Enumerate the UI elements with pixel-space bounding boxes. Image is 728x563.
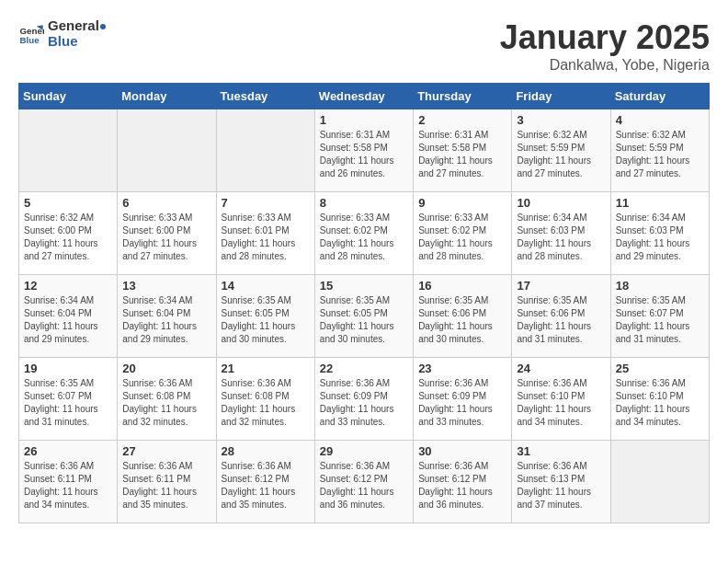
calendar-cell: 15Sunrise: 6:35 AMSunset: 6:05 PMDayligh…: [314, 275, 413, 358]
logo-blue-text: Blue: [48, 34, 107, 50]
sunset-text: Sunset: 6:12 PM: [320, 473, 408, 486]
calendar-cell: 23Sunrise: 6:36 AMSunset: 6:09 PMDayligh…: [414, 358, 512, 441]
day-info: Sunrise: 6:33 AMSunset: 6:00 PMDaylight:…: [122, 212, 210, 263]
day-number: 28: [222, 444, 310, 458]
sunset-text: Sunset: 6:11 PM: [122, 473, 210, 486]
calendar-cell: 29Sunrise: 6:36 AMSunset: 6:12 PMDayligh…: [314, 441, 413, 523]
sunrise-text: Sunrise: 6:36 AM: [418, 377, 506, 390]
day-info: Sunrise: 6:36 AMSunset: 6:12 PMDaylight:…: [222, 460, 310, 511]
sunrise-text: Sunrise: 6:36 AM: [222, 377, 310, 390]
daylight-text: Daylight: 11 hours and 29 minutes.: [616, 237, 704, 263]
calendar-cell: 19Sunrise: 6:35 AMSunset: 6:07 PMDayligh…: [19, 358, 118, 441]
day-info: Sunrise: 6:34 AMSunset: 6:03 PMDaylight:…: [517, 212, 605, 263]
calendar-header-row: SundayMondayTuesdayWednesdayThursdayFrid…: [19, 84, 710, 109]
daylight-text: Daylight: 11 hours and 31 minutes.: [517, 320, 605, 346]
sunset-text: Sunset: 5:59 PM: [616, 142, 704, 155]
day-info: Sunrise: 6:36 AMSunset: 6:12 PMDaylight:…: [320, 460, 408, 511]
daylight-text: Daylight: 11 hours and 35 minutes.: [122, 486, 210, 511]
sunrise-text: Sunrise: 6:35 AM: [418, 294, 506, 307]
calendar-cell: [610, 441, 709, 523]
sunset-text: Sunset: 6:00 PM: [24, 224, 112, 237]
daylight-text: Daylight: 11 hours and 34 minutes.: [517, 403, 605, 429]
day-info: Sunrise: 6:35 AMSunset: 6:07 PMDaylight:…: [24, 377, 112, 429]
daylight-text: Daylight: 11 hours and 37 minutes.: [517, 486, 605, 511]
sunrise-text: Sunrise: 6:35 AM: [24, 377, 112, 390]
calendar-cell: 25Sunrise: 6:36 AMSunset: 6:10 PMDayligh…: [610, 358, 709, 441]
sunset-text: Sunset: 6:08 PM: [122, 390, 210, 403]
sunset-text: Sunset: 6:12 PM: [222, 473, 310, 486]
sunrise-text: Sunrise: 6:36 AM: [320, 460, 408, 473]
day-info: Sunrise: 6:34 AMSunset: 6:04 PMDaylight:…: [122, 294, 210, 346]
daylight-text: Daylight: 11 hours and 27 minutes.: [24, 237, 112, 263]
daylight-text: Daylight: 11 hours and 31 minutes.: [616, 320, 704, 346]
logo-general-text: General: [48, 17, 99, 33]
calendar-cell: 18Sunrise: 6:35 AMSunset: 6:07 PMDayligh…: [610, 275, 709, 358]
day-number: 11: [616, 196, 704, 210]
calendar-week-row: 19Sunrise: 6:35 AMSunset: 6:07 PMDayligh…: [19, 358, 710, 441]
calendar-subtitle: Dankalwa, Yobe, Nigeria: [500, 57, 710, 74]
calendar-cell: 26Sunrise: 6:36 AMSunset: 6:11 PMDayligh…: [19, 441, 118, 523]
daylight-text: Daylight: 11 hours and 26 minutes.: [320, 155, 408, 180]
day-number: 16: [418, 279, 506, 293]
day-info: Sunrise: 6:32 AMSunset: 6:00 PMDaylight:…: [24, 212, 112, 263]
sunrise-text: Sunrise: 6:36 AM: [517, 377, 605, 390]
daylight-text: Daylight: 11 hours and 29 minutes.: [122, 320, 210, 346]
calendar-cell: 7Sunrise: 6:33 AMSunset: 6:01 PMDaylight…: [216, 192, 314, 275]
day-info: Sunrise: 6:36 AMSunset: 6:13 PMDaylight:…: [517, 460, 605, 511]
calendar-cell: 28Sunrise: 6:36 AMSunset: 6:12 PMDayligh…: [216, 441, 314, 523]
calendar-cell: 5Sunrise: 6:32 AMSunset: 6:00 PMDaylight…: [19, 192, 118, 275]
calendar-cell: 9Sunrise: 6:33 AMSunset: 6:02 PMDaylight…: [414, 192, 512, 275]
header-sunday: Sunday: [19, 84, 118, 109]
sunset-text: Sunset: 6:11 PM: [24, 473, 112, 486]
sunset-text: Sunset: 5:58 PM: [320, 142, 408, 155]
day-number: 17: [517, 279, 605, 293]
calendar-cell: 13Sunrise: 6:34 AMSunset: 6:04 PMDayligh…: [118, 275, 216, 358]
daylight-text: Daylight: 11 hours and 27 minutes.: [418, 155, 506, 180]
sunset-text: Sunset: 6:08 PM: [222, 390, 310, 403]
day-info: Sunrise: 6:36 AMSunset: 6:10 PMDaylight:…: [616, 377, 704, 429]
calendar-cell: [118, 109, 216, 192]
sunset-text: Sunset: 5:59 PM: [517, 142, 605, 155]
sunrise-text: Sunrise: 6:36 AM: [418, 460, 506, 473]
sunset-text: Sunset: 6:04 PM: [122, 307, 210, 320]
calendar-cell: 31Sunrise: 6:36 AMSunset: 6:13 PMDayligh…: [512, 441, 610, 523]
daylight-text: Daylight: 11 hours and 28 minutes.: [320, 237, 408, 263]
header-tuesday: Tuesday: [216, 84, 314, 109]
page-header: General Blue General Blue January 2025 D…: [18, 18, 710, 74]
day-number: 12: [24, 279, 112, 293]
calendar-cell: 20Sunrise: 6:36 AMSunset: 6:08 PMDayligh…: [118, 358, 216, 441]
day-number: 21: [222, 362, 310, 375]
day-info: Sunrise: 6:36 AMSunset: 6:11 PMDaylight:…: [122, 460, 210, 511]
day-number: 31: [517, 444, 605, 458]
day-number: 24: [517, 362, 605, 375]
sunset-text: Sunset: 6:01 PM: [222, 224, 310, 237]
sunrise-text: Sunrise: 6:36 AM: [616, 377, 704, 390]
daylight-text: Daylight: 11 hours and 27 minutes.: [122, 237, 210, 263]
sunrise-text: Sunrise: 6:33 AM: [320, 212, 408, 224]
daylight-text: Daylight: 11 hours and 27 minutes.: [616, 155, 704, 180]
logo-icon: General Blue: [18, 21, 44, 47]
day-number: 29: [320, 444, 408, 458]
day-number: 9: [418, 196, 506, 210]
calendar-title: January 2025: [500, 18, 710, 57]
daylight-text: Daylight: 11 hours and 36 minutes.: [418, 486, 506, 511]
calendar-cell: [216, 109, 314, 192]
daylight-text: Daylight: 11 hours and 34 minutes.: [24, 486, 112, 511]
sunset-text: Sunset: 6:02 PM: [418, 224, 506, 237]
calendar-week-row: 12Sunrise: 6:34 AMSunset: 6:04 PMDayligh…: [19, 275, 710, 358]
calendar-cell: 24Sunrise: 6:36 AMSunset: 6:10 PMDayligh…: [512, 358, 610, 441]
daylight-text: Daylight: 11 hours and 32 minutes.: [222, 403, 310, 429]
day-info: Sunrise: 6:36 AMSunset: 6:09 PMDaylight:…: [320, 377, 408, 429]
daylight-text: Daylight: 11 hours and 35 minutes.: [222, 486, 310, 511]
sunset-text: Sunset: 6:06 PM: [517, 307, 605, 320]
day-info: Sunrise: 6:33 AMSunset: 6:01 PMDaylight:…: [222, 212, 310, 263]
daylight-text: Daylight: 11 hours and 34 minutes.: [616, 403, 704, 429]
calendar-cell: 14Sunrise: 6:35 AMSunset: 6:05 PMDayligh…: [216, 275, 314, 358]
calendar-cell: [19, 109, 118, 192]
sunset-text: Sunset: 6:05 PM: [222, 307, 310, 320]
day-number: 3: [517, 113, 605, 127]
header-wednesday: Wednesday: [314, 84, 413, 109]
sunset-text: Sunset: 6:09 PM: [320, 390, 408, 403]
day-number: 1: [320, 113, 408, 127]
day-info: Sunrise: 6:32 AMSunset: 5:59 PMDaylight:…: [517, 129, 605, 180]
